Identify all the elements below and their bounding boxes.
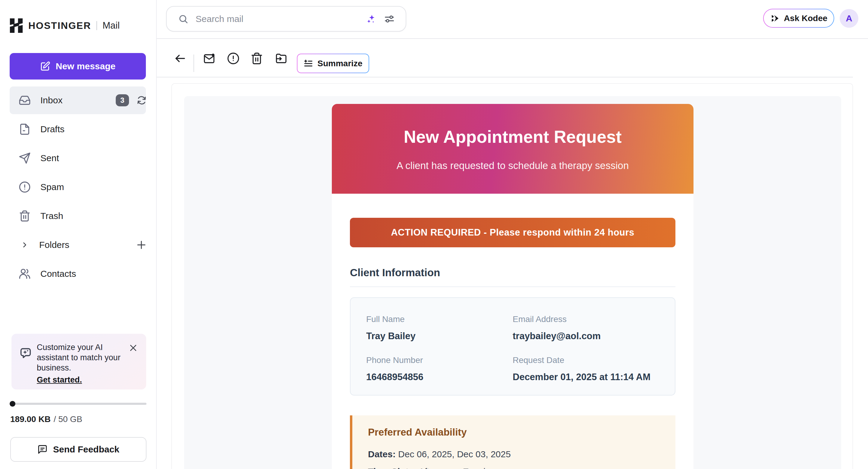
avatar[interactable]: A xyxy=(840,9,858,28)
timeslots-value: Afternoon, Evening xyxy=(418,467,495,469)
client-information-heading: Client Information xyxy=(350,266,675,287)
availability-timeslots: Time Slots: Afternoon, Evening xyxy=(368,467,660,469)
search-icon xyxy=(178,14,188,24)
sidebar-item-label: Spam xyxy=(40,182,64,192)
delete-button[interactable] xyxy=(250,52,264,66)
brand-product: Mail xyxy=(102,20,120,31)
sidebar-item-label: Folders xyxy=(39,240,69,250)
send-feedback-button[interactable]: Send Feedback xyxy=(10,437,147,462)
field-request-date: Request Date December 01, 2025 at 11:14 … xyxy=(513,355,659,383)
back-button[interactable] xyxy=(173,52,187,66)
mail-unread-icon xyxy=(203,52,216,65)
email-card: New Appointment Request A client has req… xyxy=(332,104,693,469)
field-full-name: Full Name Tray Bailey xyxy=(366,314,513,342)
dates-label: Dates: xyxy=(368,449,396,459)
get-started-link[interactable]: Get started. xyxy=(37,375,82,384)
client-info-card: Full Name Tray Bailey Email Address tray… xyxy=(350,297,675,396)
message-toolbar: Summarize xyxy=(157,39,853,77)
email-viewport: New Appointment Request A client has req… xyxy=(184,96,841,469)
storage-used: 189.00 KB xyxy=(10,414,51,424)
ask-kodee-label: Ask Kodee xyxy=(784,13,828,23)
storage-usage-bar xyxy=(10,403,147,405)
ai-search-sparkles-icon[interactable] xyxy=(365,13,376,24)
storage-usage-fill xyxy=(10,401,16,407)
summarize-label: Summarize xyxy=(317,59,362,68)
sidebar-item-spam[interactable]: Spam xyxy=(10,173,146,201)
brand-separator xyxy=(96,21,97,30)
sidebar-item-label: Inbox xyxy=(40,95,62,105)
email-body: ACTION REQUIRED - Please respond within … xyxy=(332,194,693,469)
trash-icon xyxy=(250,52,263,65)
inbox-icon xyxy=(19,94,31,106)
sidebar-item-inbox[interactable]: Inbox 3 xyxy=(10,87,146,114)
sidebar-item-label: Trash xyxy=(40,211,63,221)
move-to-folder-icon xyxy=(275,52,287,65)
summarize-icon xyxy=(304,59,313,68)
drafts-icon xyxy=(19,123,31,135)
field-phone-number: Phone Number 16468954856 xyxy=(366,355,513,383)
field-value: December 01, 2025 at 11:14 AM xyxy=(513,371,659,383)
sidebar-item-folders[interactable]: Folders xyxy=(10,231,146,259)
new-message-button[interactable]: New message xyxy=(10,53,146,79)
summarize-button[interactable]: Summarize xyxy=(297,54,369,73)
add-folder-icon[interactable] xyxy=(136,239,147,250)
ask-kodee-button[interactable]: Ask Kodee xyxy=(763,9,834,28)
send-feedback-label: Send Feedback xyxy=(53,444,119,455)
feedback-icon xyxy=(37,444,48,455)
field-value: Tray Bailey xyxy=(366,330,513,342)
hostinger-h-icon xyxy=(9,18,23,33)
kodee-icon xyxy=(770,13,780,23)
sidebar-item-label: Sent xyxy=(40,153,59,163)
refresh-icon[interactable] xyxy=(136,95,147,106)
topbar: Ask Kodee A xyxy=(157,0,868,39)
spam-icon xyxy=(19,181,31,193)
report-spam-button[interactable] xyxy=(226,52,241,66)
sidebar-item-drafts[interactable]: Drafts xyxy=(10,115,146,143)
search-filters-icon[interactable] xyxy=(384,13,395,24)
contacts-icon xyxy=(19,268,31,280)
inbox-unread-badge: 3 xyxy=(116,94,129,106)
alert-circle-icon xyxy=(227,52,240,65)
brand-logo: HOSTINGER Mail xyxy=(9,18,120,33)
ai-assistant-promo-card: Customize your AI assistant to match you… xyxy=(11,334,146,390)
sidebar-item-label: Drafts xyxy=(40,124,64,134)
sidebar-item-label: Contacts xyxy=(40,269,76,279)
email-subtitle: A client has requested to schedule a the… xyxy=(332,160,693,171)
field-label: Email Address xyxy=(513,314,659,325)
sidebar-item-contacts[interactable]: Contacts xyxy=(10,260,146,288)
preferred-availability-section: Preferred Availability Dates: Dec 06, 20… xyxy=(350,415,675,469)
storage-total: / 50 GB xyxy=(54,414,82,424)
field-value: 16468954856 xyxy=(366,371,513,383)
search-input[interactable] xyxy=(195,14,365,24)
ai-chat-bubble-icon xyxy=(19,346,33,360)
email-title: New Appointment Request xyxy=(332,104,693,147)
dates-value: Dec 06, 2025, Dec 03, 2025 xyxy=(398,449,511,459)
chevron-right-icon[interactable] xyxy=(21,241,29,249)
promo-text: Customize your AI assistant to match you… xyxy=(37,342,127,373)
close-icon[interactable] xyxy=(129,343,138,353)
sent-icon xyxy=(19,152,31,164)
move-to-folder-button[interactable] xyxy=(274,52,288,66)
field-label: Phone Number xyxy=(366,355,513,365)
field-email-address: Email Address traybailey@aol.com xyxy=(513,314,659,342)
mail-app: HOSTINGER Mail New message Inbox 3 xyxy=(0,0,868,469)
search-bar xyxy=(166,6,406,32)
brand-name: HOSTINGER xyxy=(28,20,91,31)
action-required-banner: ACTION REQUIRED - Please respond within … xyxy=(350,218,675,247)
toolbar-divider xyxy=(193,55,194,72)
sidebar: HOSTINGER Mail New message Inbox 3 xyxy=(0,0,157,469)
trash-icon xyxy=(19,210,31,222)
reading-pane: New Appointment Request A client has req… xyxy=(172,83,853,469)
availability-dates: Dates: Dec 06, 2025, Dec 03, 2025 xyxy=(368,449,660,459)
back-arrow-icon xyxy=(174,52,187,65)
sidebar-item-sent[interactable]: Sent xyxy=(10,144,146,172)
field-label: Request Date xyxy=(513,355,659,365)
new-message-label: New message xyxy=(56,61,116,71)
sidebar-item-trash[interactable]: Trash xyxy=(10,202,146,230)
availability-heading: Preferred Availability xyxy=(368,426,660,438)
field-value: traybailey@aol.com xyxy=(513,330,659,342)
field-label: Full Name xyxy=(366,314,513,325)
email-header-banner: New Appointment Request A client has req… xyxy=(332,104,693,194)
storage-usage-text: 189.00 KB/ 50 GB xyxy=(10,414,82,424)
mark-unread-button[interactable] xyxy=(202,52,216,66)
